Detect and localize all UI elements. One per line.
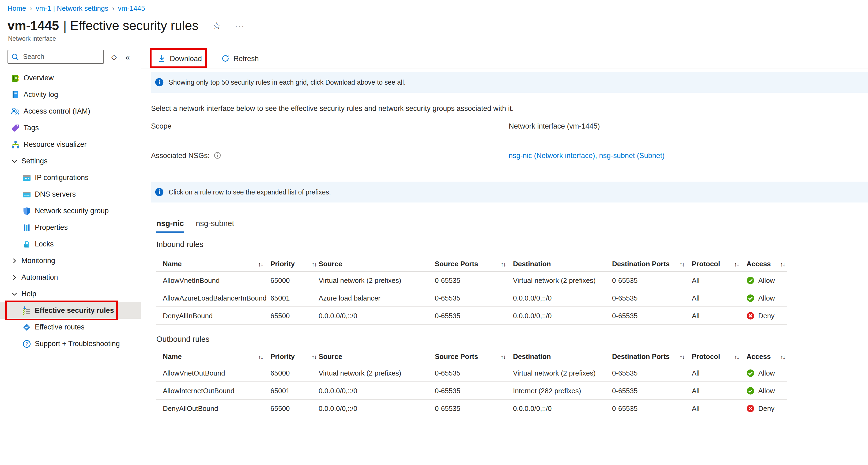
- ellipsis-icon[interactable]: ···: [235, 21, 245, 30]
- column-header-destination: Destination: [513, 349, 612, 364]
- sort-icon: ↑↓: [780, 353, 785, 360]
- rule-row-allowvnetinbound[interactable]: AllowVnetInBound65000Virtual network (2 …: [156, 271, 787, 289]
- sidebar-item-properties[interactable]: Properties: [0, 219, 142, 236]
- chevron-down-icon: [11, 289, 18, 298]
- sidebar-item-settings[interactable]: Settings: [0, 153, 142, 169]
- chevron-right-icon: [11, 256, 18, 265]
- cell-destination_ports: 0-65535: [612, 312, 692, 320]
- breadcrumb-link-vm-1445[interactable]: vm-1445: [118, 4, 145, 12]
- sidebar-item-monitoring[interactable]: Monitoring: [0, 252, 142, 269]
- effective-security-rules-icon: [22, 306, 31, 315]
- column-header-protocol[interactable]: Protocol↑↓: [692, 349, 746, 364]
- cell-priority: 65000: [271, 276, 319, 284]
- associated-nsgs-link[interactable]: nsg-nic (Network interface), nsg-subnet …: [509, 150, 664, 161]
- column-header-priority[interactable]: Priority↑↓: [271, 349, 319, 364]
- sidebar-item-label: Support + Troubleshooting: [35, 340, 120, 348]
- sidebar-item-label: Properties: [35, 223, 68, 231]
- sidebar-item-tags[interactable]: Tags: [0, 119, 142, 136]
- column-header-protocol[interactable]: Protocol↑↓: [692, 257, 746, 271]
- sidebar-item-effective-routes[interactable]: Effective routes: [0, 319, 142, 336]
- sidebar-item-activity-log[interactable]: Activity log: [0, 86, 142, 103]
- search-input[interactable]: [22, 50, 99, 63]
- column-header-source-ports[interactable]: Source Ports↑↓: [435, 349, 513, 364]
- sidebar-item-label: Settings: [22, 157, 48, 165]
- column-header-source: Source: [319, 349, 435, 364]
- column-header-access[interactable]: Access↑↓: [746, 349, 787, 364]
- sidebar-item-help[interactable]: Help: [0, 286, 142, 302]
- allow-icon: [746, 369, 754, 377]
- sidebar-item-network-security-group[interactable]: Network security group: [0, 203, 142, 219]
- collapse-sidebar-icon[interactable]: «: [125, 52, 130, 61]
- sidebar-item-support-troubleshooting[interactable]: ?Support + Troubleshooting: [0, 336, 142, 352]
- column-header-name[interactable]: Name↑↓: [156, 349, 271, 364]
- column-header-priority[interactable]: Priority↑↓: [271, 257, 319, 271]
- sidebar-item-access-control-iam[interactable]: Access control (IAM): [0, 103, 142, 119]
- rule-row-allowazureloadbalancerinbound[interactable]: AllowAzureLoadBalancerInBound65001Azure …: [156, 289, 787, 307]
- sidebar-item-overview[interactable]: Overview: [0, 70, 142, 86]
- download-button[interactable]: Download: [157, 54, 202, 63]
- cell-destination: Internet (282 prefixes): [513, 386, 612, 395]
- intro-text: Select a network interface below to see …: [151, 105, 868, 113]
- sidebar-item-dns-servers[interactable]: wwwDNS servers: [0, 186, 142, 203]
- info-tooltip-icon[interactable]: [213, 152, 221, 159]
- refresh-button[interactable]: Refresh: [221, 54, 259, 63]
- outbound-rules-title: Outbound rules: [156, 335, 868, 343]
- cell-name: AllowVnetOutBound: [156, 369, 271, 377]
- deny-icon: [746, 312, 754, 320]
- sort-icon: ↑↓: [680, 261, 684, 267]
- breadcrumb-link-home[interactable]: Home: [7, 4, 26, 12]
- rule-row-allowvnetoutbound[interactable]: AllowVnetOutBound65000Virtual network (2…: [156, 364, 787, 382]
- allow-icon: [746, 294, 754, 302]
- sidebar-item-ip-configurations[interactable]: IP configurations: [0, 169, 142, 186]
- column-header-label: Name: [163, 352, 182, 360]
- column-header-label: Protocol: [692, 260, 720, 268]
- sidebar-item-locks[interactable]: Locks: [0, 236, 142, 252]
- sort-icon: ↑↓: [734, 353, 739, 360]
- breadcrumb-link-vm-1-network-settings[interactable]: vm-1 | Network settings: [36, 4, 108, 12]
- access-cell: Allow: [746, 294, 787, 302]
- expand-collapse-all-icon[interactable]: ◇: [112, 53, 117, 61]
- sidebar: ◇ « OverviewActivity logAccess control (…: [0, 48, 142, 465]
- column-header-destination-ports[interactable]: Destination Ports↑↓: [612, 257, 692, 271]
- scope-value[interactable]: Network interface (vm-1445): [509, 120, 600, 131]
- cell-protocol: All: [692, 312, 746, 320]
- rule-row-allowinternetoutbound[interactable]: AllowInternetOutBound650010.0.0.0/0,::/0…: [156, 382, 787, 400]
- access-label: Deny: [758, 404, 775, 412]
- column-header-label: Destination Ports: [612, 260, 670, 268]
- cell-protocol: All: [692, 294, 746, 302]
- search-icon: [11, 53, 19, 61]
- column-header-source-ports[interactable]: Source Ports↑↓: [435, 257, 513, 271]
- sort-icon: ↑↓: [734, 261, 739, 267]
- column-header-name[interactable]: Name↑↓: [156, 257, 271, 271]
- cell-protocol: All: [692, 404, 746, 412]
- column-header-label: Access: [746, 260, 771, 268]
- sidebar-search[interactable]: [7, 50, 104, 64]
- cell-source_ports: 0-65535: [435, 369, 513, 377]
- rule-row-denyalloutbound[interactable]: DenyAllOutBound655000.0.0.0/0,::/00-6553…: [156, 400, 787, 417]
- column-header-destination-ports[interactable]: Destination Ports↑↓: [612, 349, 692, 364]
- favorite-star-icon[interactable]: ☆: [212, 20, 221, 32]
- sidebar-item-effective-security-rules[interactable]: Effective security rules: [0, 302, 142, 319]
- tab-nsg-nic[interactable]: nsg-nic: [156, 219, 184, 233]
- cell-destination_ports: 0-65535: [612, 276, 692, 284]
- column-header-destination: Destination: [513, 257, 612, 271]
- svg-text:www: www: [24, 194, 29, 197]
- tab-nsg-subnet[interactable]: nsg-subnet: [196, 219, 234, 231]
- cell-name: DenyAllOutBound: [156, 404, 271, 412]
- refresh-icon: [221, 54, 230, 63]
- inbound-rules-title: Inbound rules: [156, 240, 868, 249]
- sidebar-item-label: Network security group: [35, 207, 109, 215]
- deny-icon: [746, 404, 754, 412]
- cell-priority: 65001: [271, 294, 319, 302]
- cell-source: Virtual network (2 prefixes): [319, 276, 435, 284]
- associated-nsgs-label: Associated NSGs:: [151, 151, 210, 159]
- breadcrumb-separator-icon: ›: [112, 5, 114, 12]
- overview-icon: [11, 74, 20, 83]
- locks-icon: [22, 239, 31, 249]
- rule-row-denyallinbound[interactable]: DenyAllInBound655000.0.0.0/0,::/00-65535…: [156, 307, 787, 325]
- sidebar-item-label: IP configurations: [35, 174, 89, 182]
- column-header-access[interactable]: Access↑↓: [746, 257, 787, 271]
- sidebar-item-automation[interactable]: Automation: [0, 269, 142, 286]
- cell-source: Azure load balancer: [319, 294, 435, 302]
- sidebar-item-resource-visualizer[interactable]: Resource visualizer: [0, 136, 142, 153]
